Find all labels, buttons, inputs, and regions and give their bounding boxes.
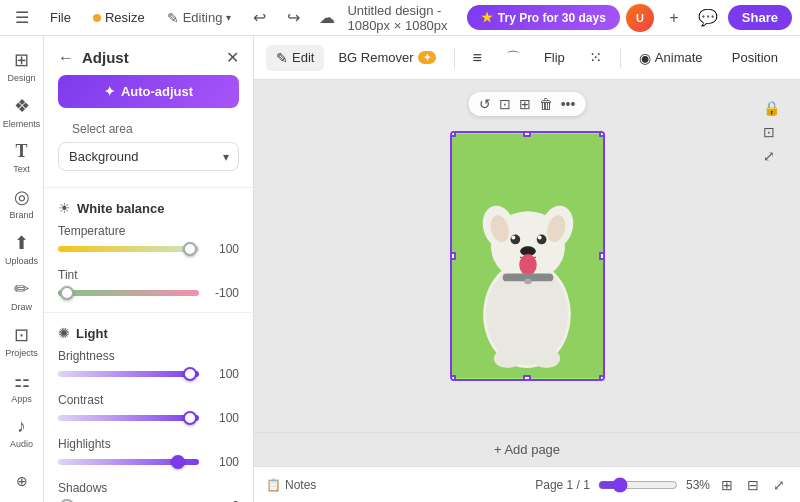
tint-section: Tint -100 (44, 264, 253, 308)
sidebar-item-elements[interactable]: ❖ Elements (2, 90, 42, 134)
align-icon: ≡ (473, 49, 482, 67)
canvas-copy-icon[interactable]: ⊡ (499, 96, 511, 112)
brand-icon: ◎ (14, 186, 30, 208)
background-select[interactable]: Background Subject (58, 142, 239, 171)
shadows-label: Shadows (58, 481, 239, 495)
flip-button[interactable]: Flip (534, 45, 575, 70)
align-button[interactable]: ≡ (463, 44, 492, 72)
fit-icon[interactable]: ⊞ (718, 474, 736, 496)
temperature-slider[interactable] (58, 246, 199, 252)
canvas[interactable]: ↺ ⊡ ⊞ 🗑 ••• 🔒 ⊡ ⤢ (254, 80, 800, 432)
expand-icon[interactable]: ⤢ (763, 148, 780, 164)
zoom-value: 53% (686, 478, 710, 492)
copy2-icon[interactable]: ⊡ (763, 124, 780, 140)
canvas-delete-icon[interactable]: 🗑 (539, 96, 553, 112)
contrast-row: 100 (58, 411, 239, 425)
grid-view-icon[interactable]: ⊟ (744, 474, 762, 496)
divider-2 (620, 48, 621, 68)
handle-tl[interactable] (450, 131, 456, 137)
topbar: ☰ File Resize ✎ Editing ▾ ↩ ↪ ☁ Untitled… (0, 0, 800, 36)
sidebar-item-brand[interactable]: ◎ Brand (2, 181, 42, 225)
highlights-slider[interactable] (58, 459, 199, 465)
light-label: Light (76, 326, 108, 341)
back-button[interactable]: ← (58, 49, 74, 67)
divider-1 (454, 48, 455, 68)
svg-point-17 (532, 349, 559, 368)
sidebar-item-projects[interactable]: ⊡ Projects (2, 319, 42, 363)
canvas-refresh-icon[interactable]: ↺ (479, 96, 491, 112)
editing-menu[interactable]: ✎ Editing ▾ (159, 6, 240, 30)
handle-tr[interactable] (599, 131, 605, 137)
sidebar-item-more[interactable]: ⊕ (2, 468, 42, 494)
sidebar-item-apps[interactable]: ⚏ Apps (2, 365, 42, 409)
menu-icon[interactable]: ☰ (8, 4, 36, 32)
close-button[interactable]: ✕ (226, 48, 239, 67)
sidebar-item-uploads[interactable]: ⬆ Uploads (2, 227, 42, 271)
handle-ml[interactable] (450, 252, 456, 260)
redo-button[interactable]: ↪ (279, 4, 307, 32)
lock-icon[interactable]: 🔒 (763, 100, 780, 116)
file-menu[interactable]: File (42, 6, 79, 29)
comment-button[interactable]: 💬 (694, 4, 722, 32)
contrast-slider[interactable] (58, 415, 199, 421)
canvas-duplicate-icon[interactable]: ⊞ (519, 96, 531, 112)
elements-icon: ❖ (14, 95, 30, 117)
undo-button[interactable]: ↩ (245, 4, 273, 32)
svg-point-15 (524, 278, 532, 284)
handle-mr[interactable] (599, 252, 605, 260)
projects-icon: ⊡ (14, 324, 29, 346)
handle-tm[interactable] (523, 131, 531, 137)
sidebar-item-design[interactable]: ⊞ Design (2, 44, 42, 88)
zoom-slider[interactable] (598, 477, 678, 493)
svg-point-13 (519, 254, 537, 275)
animate-button[interactable]: ◉ Animate (629, 45, 713, 71)
position-button[interactable]: Position (722, 45, 788, 70)
tint-slider[interactable] (58, 290, 199, 296)
wb-label: White balance (77, 201, 164, 216)
pro-button[interactable]: ★ Try Pro for 30 days (467, 5, 620, 30)
auto-adjust-label: Auto-adjust (121, 84, 193, 99)
curve-icon: ⌒ (506, 49, 520, 67)
fullscreen-icon[interactable]: ⤢ (770, 474, 788, 496)
avatar[interactable]: U (626, 4, 654, 32)
brightness-value: 100 (205, 367, 239, 381)
brightness-slider[interactable] (58, 371, 199, 377)
handle-bm[interactable] (523, 375, 531, 381)
bg-remover-button[interactable]: BG Remover ✦ (328, 45, 445, 70)
adjust-panel: ← Adjust ✕ ✦ Auto-adjust Select area Bac… (44, 36, 254, 502)
resize-menu[interactable]: Resize (85, 6, 153, 29)
wb-icon: ☀ (58, 200, 71, 216)
brightness-row: 100 (58, 367, 239, 381)
svg-point-9 (536, 235, 546, 245)
plus-button[interactable]: + (660, 4, 688, 32)
svg-point-8 (510, 235, 520, 245)
design-icon: ⊞ (14, 49, 29, 71)
grid-button[interactable]: ⁙ (579, 43, 612, 72)
handle-br[interactable] (599, 375, 605, 381)
image-frame[interactable]: ↻ (450, 131, 605, 381)
auto-adjust-button[interactable]: ✦ Auto-adjust (58, 75, 239, 108)
edit-button[interactable]: ✎ Edit (266, 45, 324, 71)
curve-button[interactable]: ⌒ (496, 44, 530, 72)
sidebar-item-draw[interactable]: ✏ Draw (2, 273, 42, 317)
canvas-right-icons: 🔒 ⊡ ⤢ (763, 100, 780, 164)
temperature-label: Temperature (58, 224, 239, 238)
auto-adjust-icon: ✦ (104, 84, 115, 99)
tint-row: -100 (58, 286, 239, 300)
cloud-button[interactable]: ☁ (313, 4, 341, 32)
edit-icon: ✎ (276, 50, 288, 66)
panel-title: Adjust (82, 49, 129, 66)
select-area: Select area Background Subject (44, 122, 253, 183)
apps-icon: ⚏ (14, 370, 30, 392)
contrast-thumb (183, 411, 197, 425)
canvas-more-icon[interactable]: ••• (561, 96, 576, 112)
handle-bl[interactable] (450, 375, 456, 381)
canvas-top-icons: ↺ ⊡ ⊞ 🗑 ••• (469, 92, 586, 116)
add-page-button[interactable]: + Add page (494, 442, 560, 457)
highlights-value: 100 (205, 455, 239, 469)
sidebar-item-audio[interactable]: ♪ Audio (2, 411, 42, 454)
sidebar-item-text[interactable]: T Text (2, 136, 42, 179)
share-button[interactable]: Share (728, 5, 792, 30)
resize-dot (93, 14, 101, 22)
notes-button[interactable]: 📋 Notes (266, 478, 316, 492)
